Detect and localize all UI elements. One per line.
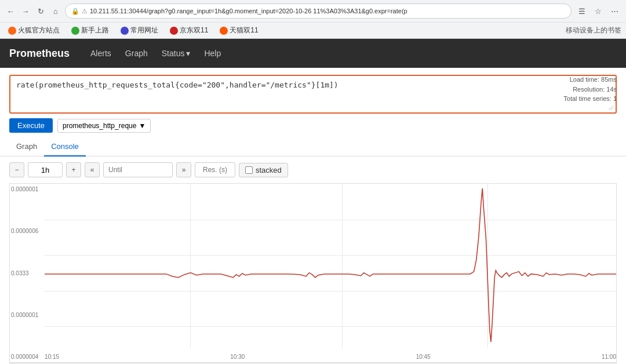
bookmark-favicon: [71, 27, 79, 35]
back-button[interactable]: ←: [5, 5, 16, 17]
chevron-down-icon: [186, 49, 190, 58]
execute-row: Execute prometheus_http_reque ▼: [0, 114, 626, 137]
resolution-input[interactable]: [195, 162, 235, 177]
nav-graph[interactable]: Graph: [118, 44, 155, 63]
mobile-bookmark: 移动设备上的书签: [566, 26, 621, 35]
range-input[interactable]: [28, 162, 63, 177]
address-text: 10.211.55.11:30444/graph?g0.range_input=…: [90, 8, 407, 14]
double-right-icon: [182, 166, 186, 174]
range-minus-button[interactable]: [9, 162, 24, 177]
double-left-icon: [90, 166, 94, 174]
query-area: Load time: 85ms Resolution: 14s Total ti…: [0, 68, 626, 114]
nav-status[interactable]: Status: [155, 44, 198, 63]
browser-chrome: ← → ↻ ⌂ 🔒 ⚠ 10.211.55.11:30444/graph?g0.…: [0, 0, 626, 39]
reload-button[interactable]: ↻: [35, 5, 46, 17]
bookmark-favicon: [220, 27, 228, 35]
query-input[interactable]: [10, 76, 616, 111]
query-input-wrapper: [9, 75, 617, 114]
bookmarks-bar: 火狐官方站点 新手上路 常用网址 京东双11 天猫双11 移动设备上的书签: [0, 22, 626, 38]
bookmark-newbie[interactable]: 新手上路: [68, 24, 112, 37]
extensions-button[interactable]: ☰: [575, 4, 589, 18]
step-forward-button[interactable]: [176, 162, 191, 177]
y-axis-labels: 0.0000001 0.0000006 0.0333 0.0000001 0.0…: [11, 184, 38, 362]
nav-help[interactable]: Help: [197, 44, 228, 63]
bookmark-tmall[interactable]: 天猫双11: [216, 24, 261, 37]
execute-button[interactable]: Execute: [9, 118, 53, 133]
tabs-row: Graph Console: [0, 137, 626, 156]
svg-line-1: [611, 108, 613, 110]
metric-selector[interactable]: prometheus_http_reque ▼: [57, 119, 151, 133]
browser-toolbar: ← → ↻ ⌂ 🔒 ⚠ 10.211.55.11:30444/graph?g0.…: [0, 0, 626, 22]
tab-graph[interactable]: Graph: [9, 137, 44, 156]
chart-container: 0.0000001 0.0000006 0.0333 0.0000001 0.0…: [9, 183, 617, 363]
resize-handle[interactable]: [607, 104, 614, 111]
bookmark-button[interactable]: ☆: [591, 4, 605, 18]
tab-console[interactable]: Console: [44, 137, 86, 156]
step-back-button[interactable]: [85, 162, 100, 177]
bookmark-firefox[interactable]: 火狐官方站点: [5, 24, 63, 37]
forward-button[interactable]: →: [20, 5, 31, 17]
stacked-checkbox[interactable]: [245, 166, 253, 174]
graph-controls: stacked: [0, 156, 626, 183]
x-axis-labels: 10:15 10:30 10:45 11:00: [45, 354, 616, 360]
menu-button[interactable]: ⋯: [607, 4, 621, 18]
bookmark-favicon: [170, 27, 178, 35]
chart-wrapper: 0.0000001 0.0000006 0.0333 0.0000001 0.0…: [0, 183, 626, 364]
range-plus-button[interactable]: [66, 162, 81, 177]
svg-line-0: [609, 105, 613, 110]
app-brand: Prometheus: [9, 48, 70, 60]
stacked-toggle[interactable]: stacked: [239, 163, 288, 177]
browser-actions: ☰ ☆ ⋯: [575, 4, 621, 18]
bookmark-common[interactable]: 常用网址: [117, 24, 162, 37]
bookmark-jd[interactable]: 京东双11: [166, 24, 212, 37]
until-input[interactable]: [103, 162, 173, 177]
plus-icon: [71, 166, 75, 174]
home-button[interactable]: ⌂: [50, 5, 61, 17]
minus-icon: [14, 166, 19, 174]
nav-alerts[interactable]: Alerts: [83, 44, 118, 63]
address-bar[interactable]: 🔒 ⚠ 10.211.55.11:30444/graph?g0.range_in…: [65, 3, 572, 19]
app-navbar: Prometheus Alerts Graph Status Help: [0, 39, 626, 68]
bookmark-favicon: [121, 27, 129, 35]
dropdown-arrow-icon: ▼: [139, 122, 145, 130]
bookmark-favicon: [8, 27, 16, 35]
chart-svg: [45, 184, 616, 348]
load-info: Load time: 85ms Resolution: 14s Total ti…: [563, 75, 617, 104]
